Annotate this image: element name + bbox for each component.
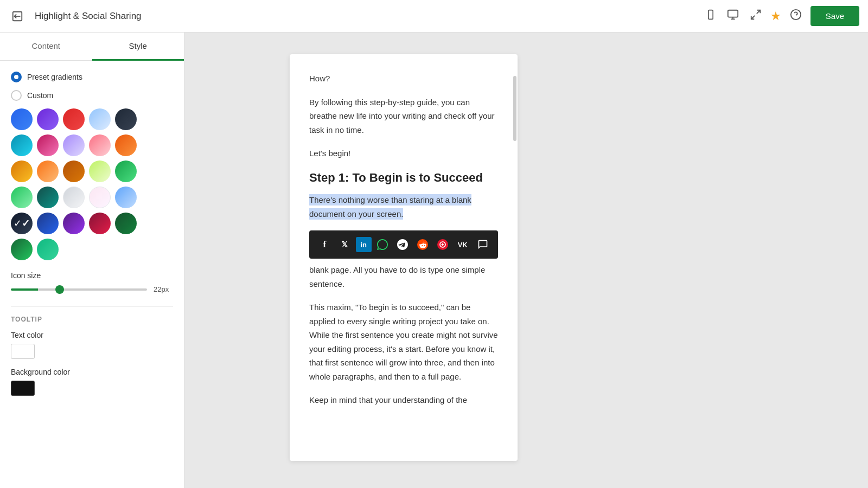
swatch-12[interactable] [37, 160, 59, 182]
slider-row: 22px [11, 285, 173, 293]
swatch-24[interactable] [89, 213, 111, 234]
whatsapp-share-button[interactable] [374, 235, 392, 254]
icon-size-slider[interactable] [11, 288, 147, 291]
reddit-share-button[interactable] [414, 235, 432, 254]
icon-size-label: Icon size [11, 271, 173, 280]
swatch-21[interactable]: ✓ [11, 213, 33, 234]
resize-icon[interactable] [750, 9, 762, 23]
topbar: Highlight & Social Sharing ★ Save [0, 0, 868, 33]
custom-option[interactable]: Custom [11, 90, 173, 101]
highlighted-text: There's nothing worse than staring at a … [309, 194, 471, 220]
swatch-10[interactable] [115, 134, 137, 156]
article-body-3: Keep in mind that your understanding of … [309, 393, 498, 407]
svg-rect-4 [728, 10, 738, 17]
swatch-16[interactable] [11, 187, 33, 208]
article-heading-1: Step 1: To Begin is to Succeed [309, 170, 498, 186]
article-intro-guide: By following this step-by-step guide, yo… [309, 95, 498, 137]
swatch-4[interactable] [89, 108, 111, 130]
main-layout: Content Style Preset gradients Custom [0, 33, 868, 488]
help-icon[interactable] [790, 9, 802, 24]
swatch-20[interactable] [115, 187, 137, 208]
page-title: Highlight & Social Sharing [35, 11, 697, 22]
vk-share-button[interactable]: VK [454, 235, 471, 254]
swatch-1[interactable] [11, 108, 33, 130]
tooltip-section: TOOLTIP Text color Background color [11, 306, 173, 396]
bg-color-box[interactable] [11, 381, 35, 396]
chat-share-button[interactable] [474, 235, 492, 254]
tooltip-section-label: TOOLTIP [11, 316, 173, 323]
swatch-2[interactable] [37, 108, 59, 130]
scrollbar-thumb[interactable] [513, 76, 516, 141]
article-body-2: This maxim, "To begin is to succeed," ca… [309, 300, 498, 383]
preset-radio[interactable] [11, 72, 22, 82]
twitter-share-button[interactable]: 𝕏 [336, 235, 354, 254]
preset-label: Preset gradients [27, 73, 82, 81]
swatch-8[interactable] [63, 134, 85, 156]
right-area [618, 33, 868, 488]
svg-line-7 [757, 10, 760, 14]
swatch-25[interactable] [115, 213, 137, 234]
weibo-share-button[interactable] [433, 235, 451, 254]
article-highlighted-paragraph: There's nothing worse than staring at a … [309, 193, 498, 221]
swatch-9[interactable] [89, 134, 111, 156]
text-color-box[interactable] [11, 344, 35, 359]
back-button[interactable] [9, 8, 26, 25]
topbar-right: ★ Save [770, 6, 859, 26]
content-area: How? By following this step-by-step guid… [189, 33, 618, 488]
mobile-icon[interactable] [705, 9, 716, 23]
article-body-1: blank page. All you have to do is type o… [309, 263, 498, 291]
swatch-13[interactable] [63, 160, 85, 182]
article-card: How? By following this step-by-step guid… [290, 54, 518, 461]
save-button[interactable]: Save [810, 6, 859, 26]
device-icons [705, 9, 762, 23]
left-panel: Content Style Preset gradients Custom [0, 33, 184, 488]
swatch-3[interactable] [63, 108, 85, 130]
tabs: Content Style [0, 33, 184, 61]
linkedin-share-button[interactable]: in [356, 237, 372, 252]
star-icon[interactable]: ★ [770, 9, 781, 23]
swatch-14[interactable] [89, 160, 111, 182]
swatch-18[interactable] [63, 187, 85, 208]
text-color-label: Text color [11, 331, 173, 339]
article-intro-how: How? [309, 72, 498, 86]
tab-content[interactable]: Content [0, 33, 92, 61]
swatch-5[interactable] [115, 108, 137, 130]
bg-color-label: Background color [11, 368, 173, 376]
svg-line-8 [751, 16, 755, 19]
swatches-grid: ✓ [11, 108, 173, 260]
swatch-26[interactable] [11, 239, 33, 260]
facebook-share-button[interactable]: f [316, 235, 334, 254]
preset-gradients-option[interactable]: Preset gradients [11, 72, 173, 82]
article-intro-begin: Let's begin! [309, 146, 498, 160]
swatch-11[interactable] [11, 160, 33, 182]
article-wrapper: How? By following this step-by-step guid… [290, 54, 518, 461]
swatch-23[interactable] [63, 213, 85, 234]
icon-size-value: 22px [154, 285, 173, 293]
swatch-17[interactable] [37, 187, 59, 208]
panel-content: Preset gradients Custom [0, 61, 184, 488]
swatch-7[interactable] [37, 134, 59, 156]
tab-style[interactable]: Style [92, 33, 184, 61]
custom-radio[interactable] [11, 90, 22, 101]
swatch-6[interactable] [11, 134, 33, 156]
social-share-bar: f 𝕏 in VK [309, 230, 498, 259]
swatch-22[interactable] [37, 213, 59, 234]
swatch-15[interactable] [115, 160, 137, 182]
custom-label: Custom [27, 91, 53, 100]
panel-divider [184, 33, 189, 488]
telegram-share-button[interactable] [394, 235, 412, 254]
swatch-19[interactable] [89, 187, 111, 208]
article-scrollbar[interactable] [512, 54, 518, 461]
swatch-27[interactable] [37, 239, 59, 260]
desktop-icon[interactable] [727, 9, 739, 23]
svg-rect-2 [709, 10, 713, 20]
